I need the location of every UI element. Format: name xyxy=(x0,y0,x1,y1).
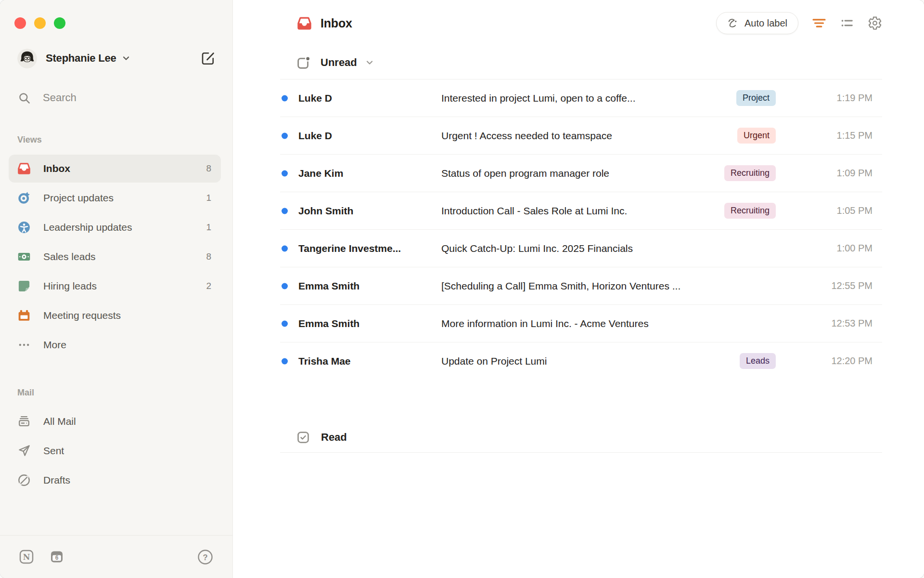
sidebar-item-leadership-updates[interactable]: Leadership updates 1 xyxy=(9,213,221,241)
calendar-day-icon[interactable]: 6 xyxy=(50,550,64,564)
email-row[interactable]: Trisha Mae Update on Project Lumi Leads … xyxy=(280,342,882,380)
sidebar-sections: Views Inbox 8 Project updates 1 Leadersh… xyxy=(0,135,232,494)
sidebar-item-hiring-leads[interactable]: Hiring leads 2 xyxy=(9,272,221,300)
gear-icon[interactable] xyxy=(868,16,882,30)
sidebar-item-sales-leads[interactable]: Sales leads 8 xyxy=(9,243,221,271)
email-row[interactable]: Jane Kim Status of open program manager … xyxy=(280,155,882,192)
email-list: Luke D Interested in project Lumi, open … xyxy=(280,79,882,380)
email-row[interactable]: Emma Smith More information in Lumi Inc.… xyxy=(280,305,882,342)
label-badge: Recruiting xyxy=(724,203,776,219)
email-time: 1:09 PM xyxy=(776,168,882,179)
email-sender: John Smith xyxy=(298,205,441,217)
window-controls xyxy=(0,0,232,29)
email-sender: Luke D xyxy=(298,130,441,142)
auto-label-text: Auto label xyxy=(744,18,787,29)
sidebar-item-drafts[interactable]: Drafts xyxy=(9,466,221,494)
email-time: 1:15 PM xyxy=(776,130,882,141)
chevron-down-icon[interactable] xyxy=(365,58,374,67)
label-badge: Recruiting xyxy=(724,165,776,181)
unread-dot xyxy=(282,245,288,251)
item-count: 8 xyxy=(206,251,211,262)
page-title: Inbox xyxy=(321,16,352,30)
email-sender: Luke D xyxy=(298,92,441,104)
email-subject: Interested in project Lumi, open to a co… xyxy=(441,92,736,104)
sidebar-section: Views Inbox 8 Project updates 1 Leadersh… xyxy=(0,135,232,359)
sidebar-item-more[interactable]: More xyxy=(9,331,221,359)
sidebar-item-meeting-requests[interactable]: Meeting requests xyxy=(9,302,221,329)
read-label: Read xyxy=(321,431,347,444)
unread-dot xyxy=(282,208,288,214)
email-row[interactable]: Luke D Urgent ! Access needed to teamspa… xyxy=(280,117,882,155)
calendar-icon xyxy=(17,309,31,322)
email-time: 1:05 PM xyxy=(776,205,882,216)
chevron-down-icon[interactable] xyxy=(121,53,131,63)
item-count: 8 xyxy=(206,163,211,174)
app-window: Stephanie Lee Search Views Inbox 8 Proje… xyxy=(0,0,924,578)
unread-section-header[interactable]: Unread xyxy=(280,46,882,79)
unread-dot xyxy=(282,358,288,364)
search-button[interactable]: Search xyxy=(18,91,215,105)
email-subject: Status of open program manager role xyxy=(441,168,724,179)
minimize-button[interactable] xyxy=(34,17,46,29)
email-subject: Quick Catch-Up: Lumi Inc. 2025 Financial… xyxy=(441,243,776,254)
accessibility-icon xyxy=(17,221,31,234)
main-panel: Inbox Auto label Unread Luke D Intereste… xyxy=(233,0,924,578)
email-sender: Jane Kim xyxy=(298,168,441,179)
main-header: Inbox Auto label xyxy=(280,0,882,46)
label-badge: Project xyxy=(736,90,776,106)
drafts-icon xyxy=(17,473,31,487)
send-icon xyxy=(17,444,31,458)
email-sender: Emma Smith xyxy=(298,280,441,292)
profile-name[interactable]: Stephanie Lee xyxy=(46,52,116,65)
unread-dot xyxy=(282,132,288,139)
sidebar-item-project-updates[interactable]: Project updates 1 xyxy=(9,184,221,212)
compose-icon[interactable] xyxy=(201,51,215,66)
target-icon xyxy=(17,191,31,205)
email-time: 12:55 PM xyxy=(776,280,882,291)
sidebar-item-inbox[interactable]: Inbox 8 xyxy=(9,155,221,183)
email-subject: Introduction Call - Sales Role at Lumi I… xyxy=(441,205,724,217)
email-time: 1:19 PM xyxy=(776,92,882,104)
search-label: Search xyxy=(43,92,77,104)
item-count: 2 xyxy=(206,281,211,291)
avatar[interactable] xyxy=(17,49,37,68)
section-label: Mail xyxy=(17,388,215,398)
read-checkbox-icon[interactable] xyxy=(296,430,310,445)
email-time: 12:53 PM xyxy=(776,318,882,329)
notion-logo-icon[interactable]: N xyxy=(19,550,34,564)
close-button[interactable] xyxy=(14,17,26,29)
email-time: 1:00 PM xyxy=(776,243,882,254)
search-icon xyxy=(18,92,31,105)
unread-icon xyxy=(296,55,311,70)
email-subject: Urgent ! Access needed to teamspace xyxy=(441,130,737,142)
unread-dot xyxy=(282,95,288,101)
list-view-icon[interactable] xyxy=(840,16,854,30)
auto-label-button[interactable]: Auto label xyxy=(716,12,798,34)
inbox-icon xyxy=(297,16,312,31)
ellipsis-icon xyxy=(17,338,31,352)
filter-icon[interactable] xyxy=(812,16,826,30)
email-row[interactable]: Tangerine Investme... Quick Catch-Up: Lu… xyxy=(280,230,882,267)
profile-row: Stephanie Lee xyxy=(17,48,215,68)
email-sender: Tangerine Investme... xyxy=(298,243,441,254)
email-row[interactable]: Emma Smith [Scheduling a Call] Emma Smit… xyxy=(280,267,882,305)
label-badge: Urgent xyxy=(737,128,776,144)
inbox-icon xyxy=(17,162,31,175)
sidebar-item-all-mail[interactable]: All Mail xyxy=(9,407,221,435)
auto-label-icon xyxy=(727,17,739,29)
sidebar-item-sent[interactable]: Sent xyxy=(9,437,221,465)
email-sender: Trisha Mae xyxy=(298,355,441,367)
email-row[interactable]: Luke D Interested in project Lumi, open … xyxy=(280,79,882,117)
read-section-header[interactable]: Read xyxy=(280,422,882,453)
help-icon[interactable]: ? xyxy=(197,549,213,565)
sidebar-footer: N 6 ? xyxy=(0,535,232,578)
zoom-button[interactable] xyxy=(54,17,65,29)
email-sender: Emma Smith xyxy=(298,318,441,329)
email-time: 12:20 PM xyxy=(776,355,882,367)
label-badge: Leads xyxy=(740,353,776,369)
email-row[interactable]: John Smith Introduction Call - Sales Rol… xyxy=(280,192,882,230)
email-subject: Update on Project Lumi xyxy=(441,355,740,367)
svg-text:N: N xyxy=(23,552,30,562)
email-subject: More information in Lumi Inc. - Acme Ven… xyxy=(441,318,776,329)
item-count: 1 xyxy=(206,193,211,203)
